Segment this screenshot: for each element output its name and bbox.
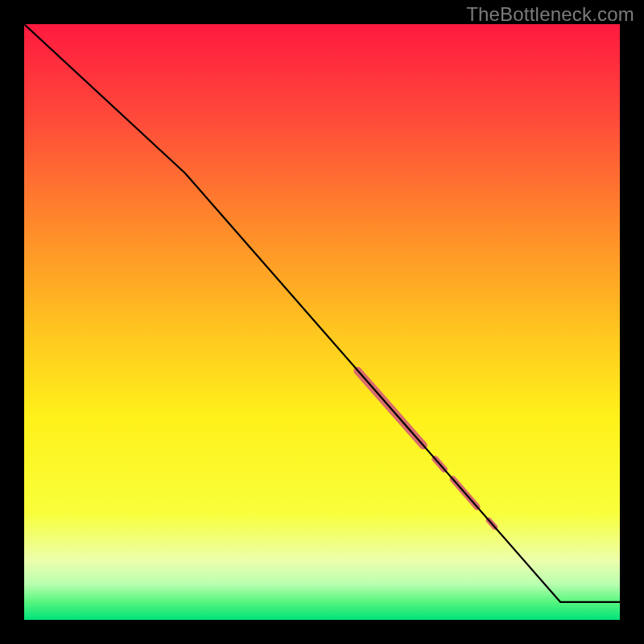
plot-area: [24, 24, 620, 620]
chart-stage: TheBottleneck.com: [0, 0, 644, 644]
watermark-text: TheBottleneck.com: [466, 3, 634, 26]
main-curve: [24, 24, 620, 602]
line-layer: [24, 24, 620, 620]
